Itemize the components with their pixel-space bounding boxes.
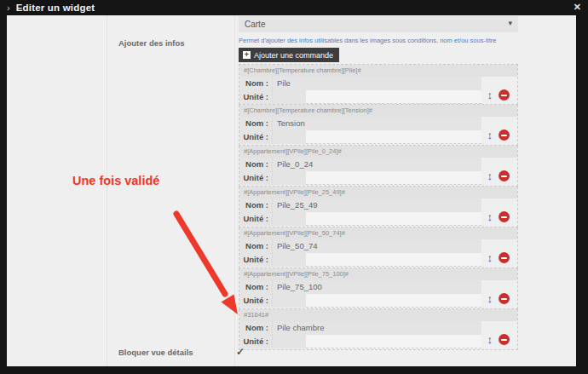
column-divider-right bbox=[234, 15, 235, 366]
command-path: #[Chambre][Temperature chambre][Pile]# bbox=[239, 65, 517, 77]
nom-label: Nom : bbox=[239, 239, 272, 253]
add-command-label: Ajouter une commande bbox=[254, 51, 333, 60]
widget-type-select[interactable]: Carte ▾ bbox=[239, 16, 518, 32]
command-path: #[Chambre][Temperature chambre][Tension]… bbox=[239, 105, 517, 117]
remove-command-icon[interactable] bbox=[499, 170, 510, 181]
unite-input[interactable] bbox=[306, 212, 481, 226]
unite-input-small[interactable] bbox=[272, 90, 306, 104]
unite-input-small[interactable] bbox=[272, 294, 306, 308]
help-text: Permet d'ajouter des infos utilisables d… bbox=[239, 37, 528, 44]
bloquer-vue-details-label: Bloquer vue détails bbox=[118, 348, 193, 357]
add-command-button[interactable]: + Ajouter une commande bbox=[239, 48, 339, 62]
nom-input[interactable]: Pile_75_100 bbox=[272, 280, 481, 294]
unite-input[interactable] bbox=[306, 253, 481, 267]
unite-row: Unité : bbox=[239, 253, 517, 267]
command-block: #[Appartement][VPile][Pile_25_49]# Nom :… bbox=[239, 187, 518, 227]
modal-titlebar: › Editer un widget ✕ bbox=[0, 0, 588, 15]
unite-label: Unité : bbox=[239, 130, 272, 144]
remove-command-icon[interactable] bbox=[499, 129, 510, 141]
command-actions: ↕ bbox=[487, 211, 510, 222]
unite-row: Unité : bbox=[239, 212, 517, 226]
command-path: #[Appartement][VPile][Pile_50_74]# bbox=[239, 227, 517, 239]
unite-row: Unité : bbox=[239, 335, 517, 348]
nom-row: Nom : Pile_75_100 bbox=[239, 280, 517, 294]
nom-row: Nom : Pile chambre bbox=[239, 321, 517, 335]
unite-row: Unité : bbox=[239, 130, 517, 144]
bloquer-vue-details-checkbox[interactable]: ✓ bbox=[233, 345, 247, 359]
unite-label: Unité : bbox=[239, 171, 272, 185]
nom-row: Nom : Pile bbox=[239, 77, 517, 90]
command-block: #[Appartement][VPile][Pile_75_100]# Nom … bbox=[239, 268, 518, 309]
move-command-icon[interactable]: ↕ bbox=[487, 293, 493, 304]
move-command-icon[interactable]: ↕ bbox=[487, 89, 493, 101]
ajouter-infos-label: Ajouter des infos bbox=[118, 38, 185, 48]
nom-label: Nom : bbox=[239, 158, 272, 171]
command-path: #[Appartement][VPile][Pile_0_24]# bbox=[239, 146, 517, 158]
unite-input[interactable] bbox=[306, 90, 481, 104]
command-list: #[Chambre][Temperature chambre][Pile]# N… bbox=[239, 64, 518, 350]
command-block: #[Chambre][Temperature chambre][Pile]# N… bbox=[239, 64, 518, 105]
modal-title: Editer un widget bbox=[16, 3, 95, 13]
nom-input[interactable]: Pile bbox=[272, 77, 481, 90]
command-block: #[Chambre][Temperature chambre][Tension]… bbox=[239, 105, 518, 146]
unite-row: Unité : bbox=[239, 90, 517, 104]
widget-type-value: Carte bbox=[245, 20, 265, 29]
nom-label: Nom : bbox=[239, 77, 272, 90]
nom-label: Nom : bbox=[239, 199, 272, 212]
remove-command-icon[interactable] bbox=[499, 89, 510, 101]
unite-input[interactable] bbox=[306, 294, 481, 308]
edit-widget-panel: Carte ▾ Ajouter des infos Bloquer vue dé… bbox=[7, 15, 576, 366]
command-block: #[Appartement][VPile][Pile_0_24]# Nom : … bbox=[239, 146, 518, 187]
chevron-down-icon: ▾ bbox=[508, 19, 512, 27]
command-actions: ↕ bbox=[487, 252, 510, 263]
nom-input[interactable]: Tension bbox=[272, 117, 481, 130]
command-path: #[Appartement][VPile][Pile_75_100]# bbox=[239, 268, 517, 280]
command-actions: ↕ bbox=[487, 170, 510, 181]
column-divider-left bbox=[107, 15, 107, 366]
command-block: #[Appartement][VPile][Pile_50_74]# Nom :… bbox=[239, 227, 518, 268]
move-command-icon[interactable]: ↕ bbox=[487, 170, 493, 181]
unite-input-small[interactable] bbox=[272, 171, 306, 185]
unite-row: Unité : bbox=[239, 294, 517, 308]
close-icon[interactable]: ✕ bbox=[574, 2, 581, 13]
unite-label: Unité : bbox=[239, 294, 272, 308]
unite-input-small[interactable] bbox=[272, 253, 306, 267]
check-icon: ✓ bbox=[236, 346, 245, 358]
nom-label: Nom : bbox=[239, 117, 272, 130]
remove-command-icon[interactable] bbox=[499, 293, 510, 304]
move-command-icon[interactable]: ↕ bbox=[487, 211, 493, 222]
nom-input[interactable]: Pile chambre bbox=[272, 321, 481, 335]
unite-input[interactable] bbox=[306, 335, 481, 348]
command-block: #31641# Nom : Pile chambre Unité : ↕ bbox=[239, 309, 518, 350]
command-actions: ↕ bbox=[487, 334, 510, 345]
unite-input-small[interactable] bbox=[272, 212, 306, 226]
nom-label: Nom : bbox=[239, 280, 272, 294]
plus-icon: + bbox=[243, 51, 251, 59]
unite-row: Unité : bbox=[239, 171, 517, 185]
command-actions: ↕ bbox=[487, 129, 510, 141]
remove-command-icon[interactable] bbox=[499, 211, 510, 222]
chevron-right-icon: › bbox=[7, 3, 10, 13]
nom-input[interactable]: Pile_0_24 bbox=[272, 158, 481, 171]
annotation-text: Une fois validé bbox=[72, 174, 159, 187]
nom-row: Nom : Pile_25_49 bbox=[239, 199, 517, 212]
nom-row: Nom : Pile_50_74 bbox=[239, 239, 517, 253]
unite-input-small[interactable] bbox=[272, 130, 306, 144]
unite-label: Unité : bbox=[239, 212, 272, 226]
remove-command-icon[interactable] bbox=[499, 334, 510, 345]
command-path: #[Appartement][VPile][Pile_25_49]# bbox=[239, 187, 517, 199]
unite-input[interactable] bbox=[306, 130, 481, 144]
unite-input[interactable] bbox=[306, 171, 481, 185]
remove-command-icon[interactable] bbox=[499, 252, 510, 263]
command-actions: ↕ bbox=[487, 293, 510, 304]
unite-input-small[interactable] bbox=[272, 335, 306, 348]
move-command-icon[interactable]: ↕ bbox=[487, 252, 493, 263]
nom-input[interactable]: Pile_25_49 bbox=[272, 199, 481, 212]
nom-input[interactable]: Pile_50_74 bbox=[272, 239, 481, 253]
command-actions: ↕ bbox=[487, 89, 510, 101]
nom-label: Nom : bbox=[239, 321, 272, 335]
move-command-icon[interactable]: ↕ bbox=[487, 334, 493, 345]
move-command-icon[interactable]: ↕ bbox=[487, 129, 493, 141]
unite-label: Unité : bbox=[239, 253, 272, 267]
nom-row: Nom : Tension bbox=[239, 117, 517, 130]
